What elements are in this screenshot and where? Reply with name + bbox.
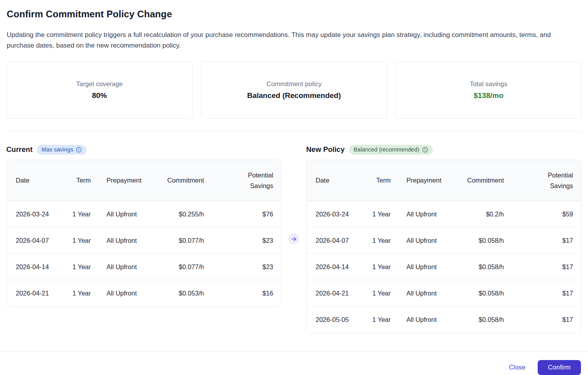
balanced-recommended-badge[interactable]: Balanced (recommended) [349,145,433,155]
new-policy-header: New Policy Balanced (recommended) [306,144,581,155]
policy-comparison-section: Current Max savings Date Term Prepayment… [6,144,582,333]
cell-prepayment: All Upfront [97,254,160,280]
target-coverage-value: 80% [92,91,107,100]
cell-term: 1 Year [366,201,397,227]
cell-commitment: $0.058/h [460,227,510,254]
cell-potential-savings: $17 [510,227,581,254]
cell-date: 2026-03-24 [7,201,66,227]
current-policy-heading: Current [6,145,33,154]
cell-term: 1 Year [66,254,97,280]
cell-commitment: $0.058/h [460,307,510,333]
header-potential-savings: Potential Savings [210,160,281,201]
confirm-button[interactable]: Confirm [538,360,581,375]
cell-term: 1 Year [66,227,97,254]
cell-term: 1 Year [366,254,397,280]
target-coverage-label: Target coverage [76,80,123,88]
cell-date: 2026-03-24 [307,201,366,227]
table-header-row: Date Term Prepayment Commitment Potentia… [307,160,581,201]
table-header-row: Date Term Prepayment Commitment Potentia… [7,160,281,201]
table-row: 2026-04-14 1 Year All Upfront $0.077/h $… [7,254,281,280]
table-row: 2026-04-14 1 Year All Upfront $0.058/h $… [307,254,581,280]
cell-date: 2026-05-05 [307,307,366,333]
header-date: Date [7,160,66,201]
dialog-footer: Close Confirm [0,351,588,375]
dialog-description: Updating the commitment policy triggers … [7,30,577,51]
cell-potential-savings: $17 [510,280,581,307]
table-row: 2026-03-24 1 Year All Upfront $0.2/h $59 [307,201,581,227]
cell-term: 1 Year [366,280,397,307]
table-row: 2026-04-21 1 Year All Upfront $0.058/h $… [307,280,581,307]
badge-label: Max savings [42,146,74,153]
header-commitment: Commitment [460,160,510,201]
cell-potential-savings: $23 [210,254,281,280]
section-divider [6,131,582,131]
header-commitment: Commitment [160,160,210,201]
dialog-title: Confirm Commitment Policy Change [7,8,582,20]
cell-term: 1 Year [66,280,97,307]
cell-commitment: $0.058/h [460,280,510,307]
cell-term: 1 Year [366,227,397,254]
table-row: 2026-04-21 1 Year All Upfront $0.053/h $… [7,280,281,307]
header-term: Term [66,160,97,201]
header-prepayment: Prepayment [397,160,460,201]
new-policy-column: New Policy Balanced (recommended) Date T… [306,144,581,333]
current-policy-column: Current Max savings Date Term Prepayment… [6,144,281,333]
cell-potential-savings: $23 [210,227,281,254]
cell-commitment: $0.077/h [160,254,210,280]
cell-prepayment: All Upfront [397,280,460,307]
confirm-policy-change-dialog: Confirm Commitment Policy Change Updatin… [0,8,588,375]
cell-commitment: $0.255/h [160,201,210,227]
cell-commitment: $0.2/h [460,201,510,227]
cell-prepayment: All Upfront [397,254,460,280]
total-savings-label: Total savings [470,80,507,88]
table-row: 2026-03-24 1 Year All Upfront $0.255/h $… [7,201,281,227]
cell-date: 2026-04-14 [307,254,366,280]
commitment-policy-value: Balanced (Recommended) [247,91,341,100]
current-policy-table: Date Term Prepayment Commitment Potentia… [6,160,281,307]
cell-prepayment: All Upfront [97,227,160,254]
header-potential-savings: Potential Savings [510,160,581,201]
cell-prepayment: All Upfront [397,307,460,333]
table-row: 2026-04-07 1 Year All Upfront $0.077/h $… [7,227,281,254]
cell-date: 2026-04-07 [307,227,366,254]
close-button[interactable]: Close [507,361,527,373]
info-circle-icon[interactable] [76,147,82,153]
cell-potential-savings: $16 [210,280,281,307]
cell-term: 1 Year [66,201,97,227]
table-row: 2026-05-05 1 Year All Upfront $0.058/h $… [307,307,581,333]
total-savings-card: Total savings $138/mo [395,61,582,119]
cell-prepayment: All Upfront [97,280,160,307]
cell-date: 2026-04-07 [7,227,66,254]
current-policy-header: Current Max savings [6,144,281,155]
cell-potential-savings: $59 [510,201,581,227]
new-policy-table: Date Term Prepayment Commitment Potentia… [306,160,581,333]
cell-prepayment: All Upfront [397,227,460,254]
summary-cards-row: Target coverage 80% Commitment policy Ba… [6,61,582,119]
max-savings-badge[interactable]: Max savings [37,145,87,155]
cell-date: 2026-04-14 [7,254,66,280]
header-date: Date [307,160,366,201]
cell-date: 2026-04-21 [307,280,366,307]
cell-potential-savings: $76 [210,201,281,227]
commitment-policy-card: Commitment policy Balanced (Recommended) [201,61,387,119]
arrow-right-icon [288,233,299,244]
total-savings-value: $138/mo [474,91,503,100]
cell-potential-savings: $17 [510,307,581,333]
cell-date: 2026-04-21 [7,280,66,307]
cell-term: 1 Year [366,307,397,333]
target-coverage-card: Target coverage 80% [6,61,193,119]
cell-potential-savings: $17 [510,254,581,280]
header-prepayment: Prepayment [97,160,160,201]
cell-commitment: $0.077/h [160,227,210,254]
info-circle-icon[interactable] [422,147,428,153]
new-policy-heading: New Policy [306,145,345,154]
badge-label: Balanced (recommended) [354,146,419,153]
cell-commitment: $0.053/h [160,280,210,307]
table-row: 2026-04-07 1 Year All Upfront $0.058/h $… [307,227,581,254]
cell-prepayment: All Upfront [97,201,160,227]
header-term: Term [366,160,397,201]
commitment-policy-label: Commitment policy [266,80,322,88]
cell-prepayment: All Upfront [397,201,460,227]
cell-commitment: $0.058/h [460,254,510,280]
